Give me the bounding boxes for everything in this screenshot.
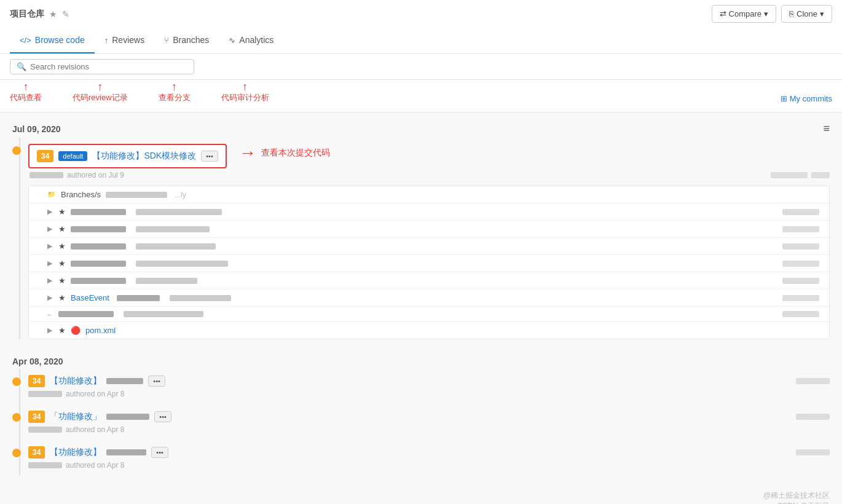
tab-branches[interactable]: ⑂ Branches xyxy=(154,28,219,53)
commit-title-1[interactable]: 【功能修改】SDK模块修改 xyxy=(92,151,196,162)
branches-date-blur-text: ...ly xyxy=(175,191,186,199)
search-input-wrap[interactable]: 🔍 xyxy=(10,59,194,74)
tab-browse-code-label: Browse code xyxy=(35,35,85,45)
author-blur-1 xyxy=(30,172,63,178)
toggle-icon-4: ▶ xyxy=(47,259,53,267)
file-date-blur-1 xyxy=(782,209,819,215)
annotation-review-history: ↑ 代码review记录 xyxy=(73,81,128,103)
authored-text-4: authored on Apr 8 xyxy=(66,461,124,470)
star-marker-2: ★ xyxy=(58,224,66,234)
commit-badge-4: 34 xyxy=(28,446,45,459)
tab-analytics[interactable]: ∿ Analytics xyxy=(219,28,283,53)
commit-title-4[interactable]: 【功能修改】 xyxy=(50,447,101,458)
star-marker-1: ★ xyxy=(58,207,66,216)
file-row-pom[interactable]: ▶ ★ 🔴 pom.xml xyxy=(29,322,829,339)
repo-title-row: 项目仓库 ★ ✎ ⇄ Compare ▾ ⎘ Clone ▾ xyxy=(10,0,832,28)
commit-dots-btn-1[interactable]: ••• xyxy=(201,151,218,162)
commit-dots-btn-3[interactable]: ••• xyxy=(154,411,171,422)
clone-chevron-icon: ▾ xyxy=(820,9,824,18)
file-date-blur-5 xyxy=(782,278,819,284)
file-branch-row: 📁 Branches/s ...ly xyxy=(29,186,829,203)
commit-title-3[interactable]: 「功能修改」 xyxy=(50,411,101,422)
annotation-analytics: ↑ 代码审计分析 xyxy=(221,81,269,103)
timeline-dot-4 xyxy=(12,449,21,457)
file-date-blur-4 xyxy=(782,261,819,267)
my-commits-link[interactable]: ⊞ My commits xyxy=(781,94,832,103)
timeline-dot-3 xyxy=(12,413,21,422)
tab-analytics-label: Analytics xyxy=(239,35,273,45)
commit-row-2-inner: 34 【功能修改】 ••• xyxy=(28,375,830,387)
file-desc-blur-1 xyxy=(136,209,222,215)
clone-label: Clone xyxy=(797,9,817,18)
file-desc-blur-2 xyxy=(136,226,210,232)
search-input[interactable] xyxy=(30,62,187,71)
hamburger-icon[interactable]: ≡ xyxy=(823,122,830,135)
search-icon: 🔍 xyxy=(17,62,26,71)
commit-meta-3: authored on Apr 8 xyxy=(28,425,830,434)
file-desc-blur-5 xyxy=(136,278,197,284)
analytics-icon: ∿ xyxy=(229,36,235,45)
date-section-1: Jul 09, 2020 ≡ xyxy=(0,112,842,138)
file-row-3[interactable]: ▶ ★ xyxy=(29,238,829,255)
file-name-blur-4 xyxy=(71,261,126,267)
toggle-icon-6: ▶ xyxy=(47,294,53,302)
pom-file-name[interactable]: pom.xml xyxy=(85,326,116,335)
authored-text-2: authored on Apr 8 xyxy=(66,390,124,398)
commit-highlighted-box[interactable]: 34 default 【功能修改】SDK模块修改 ••• xyxy=(28,144,227,168)
clone-button[interactable]: ⎘ Clone ▾ xyxy=(781,5,832,23)
file-row-4[interactable]: ▶ ★ xyxy=(29,255,829,272)
right-arrow-icon: → xyxy=(239,144,256,162)
file-row-2[interactable]: ▶ ★ xyxy=(29,221,829,238)
repo-name: 项目仓库 xyxy=(10,9,44,20)
authored-text-3: authored on Apr 8 xyxy=(66,425,124,434)
sha-blur-3 xyxy=(796,414,830,420)
tab-browse-code[interactable]: </> Browse code xyxy=(10,28,95,53)
commit-meta-4: authored on Apr 8 xyxy=(28,461,830,470)
branches-path-name[interactable]: Branches/s xyxy=(61,190,101,199)
folder-icon: 📁 xyxy=(47,191,56,199)
watermark: @稀土掘金技术社区 CSDN @无影风 xyxy=(0,486,842,504)
file-row-6[interactable]: ▶ ★ BaseEvent xyxy=(29,289,829,307)
annotation-code-view: ↑ 代码查看 xyxy=(10,81,42,103)
commit-dots-btn-2[interactable]: ••• xyxy=(148,376,165,387)
toggle-icon-7: – xyxy=(47,310,53,318)
pom-icon: 🔴 xyxy=(71,326,81,335)
action-blur-1 xyxy=(811,172,830,178)
branches-icon: ⑂ xyxy=(164,36,169,45)
authored-text-1: authored on Jul 9 xyxy=(67,171,124,179)
commit-content-2: 34 【功能修改】 ••• authored on Apr 8 xyxy=(28,375,830,398)
tab-reviews[interactable]: ↑ Reviews xyxy=(95,28,154,53)
compare-label: Compare xyxy=(729,9,761,18)
star-marker-pom: ★ xyxy=(58,326,66,335)
commit-row-3-inner: 34 「功能修改」 ••• xyxy=(28,411,830,423)
date1-timeline: 34 default 【功能修改】SDK模块修改 ••• → 查看本次提交代码 … xyxy=(12,138,830,339)
star-marker-6: ★ xyxy=(58,293,66,302)
arrow-down-icon-4: ↑ xyxy=(242,81,248,92)
nav-tabs: </> Browse code ↑ Reviews ⑂ Branches ∿ A… xyxy=(10,28,832,53)
file-row-1[interactable]: ▶ ★ xyxy=(29,203,829,221)
commit-badge-2: 34 xyxy=(28,375,45,387)
file-name-6[interactable]: BaseEvent xyxy=(71,293,109,302)
reviews-icon: ↑ xyxy=(104,36,109,45)
top-bar: 项目仓库 ★ ✎ ⇄ Compare ▾ ⎘ Clone ▾ </> Brows… xyxy=(0,0,842,54)
commit-title-2[interactable]: 【功能修改】 xyxy=(50,376,101,387)
sha-blur-4 xyxy=(796,449,830,455)
toggle-icon-5: ▶ xyxy=(47,277,53,285)
file-row-7[interactable]: – xyxy=(29,307,829,322)
file-name-blur-2 xyxy=(71,226,126,232)
star-icon[interactable]: ★ xyxy=(49,9,57,19)
edit-icon[interactable]: ✎ xyxy=(62,9,69,19)
my-commits-icon: ⊞ xyxy=(781,94,787,103)
commit-content-1: 34 default 【功能修改】SDK模块修改 ••• → 查看本次提交代码 … xyxy=(28,144,830,179)
file-desc-blur-3 xyxy=(136,243,216,250)
toggle-icon-1: ▶ xyxy=(47,208,53,216)
sha-blur-2 xyxy=(796,378,830,384)
arrow-down-icon-3: ↑ xyxy=(171,81,177,92)
file-row-5[interactable]: ▶ ★ xyxy=(29,272,829,289)
file-desc-blur-6 xyxy=(170,295,231,301)
file-name-blur-3 xyxy=(71,243,126,250)
compare-button[interactable]: ⇄ Compare ▾ xyxy=(712,5,776,23)
compare-chevron-icon: ▾ xyxy=(764,9,768,18)
file-name-blur-5 xyxy=(71,278,126,284)
commit-dots-btn-4[interactable]: ••• xyxy=(151,447,168,458)
